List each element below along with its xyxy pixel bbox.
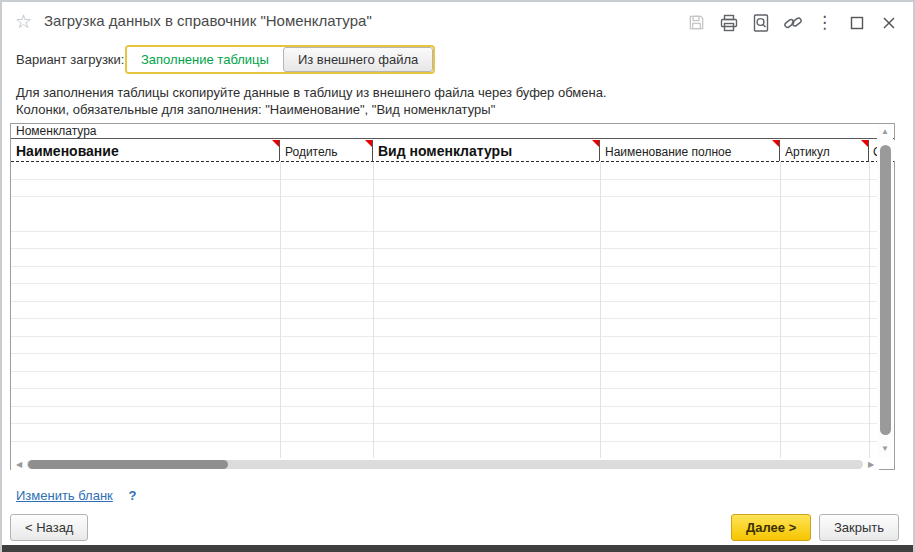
- grid-vline: [280, 162, 281, 458]
- grid-vline: [869, 162, 870, 458]
- grid-vline: [780, 162, 781, 458]
- dialog-window: ☆ Загрузка данных в справочник "Номенкла…: [0, 0, 915, 552]
- link-icon[interactable]: [782, 12, 803, 33]
- column-header-article[interactable]: Артикул: [780, 140, 869, 161]
- title-bar: ☆ Загрузка данных в справочник "Номенкла…: [2, 2, 913, 42]
- grid-header-row: Наименование Родитель Вид номенклатуры Н…: [11, 140, 894, 161]
- close-icon[interactable]: [878, 12, 899, 33]
- page-title: Загрузка данных в справочник "Номенклату…: [44, 12, 372, 29]
- table-body[interactable]: [11, 162, 879, 458]
- scroll-up-icon[interactable]: ▲: [877, 126, 893, 138]
- column-header-fullname[interactable]: Наименование полное: [600, 140, 780, 161]
- maximize-icon[interactable]: [846, 12, 867, 33]
- vertical-scroll-thumb[interactable]: [880, 145, 891, 435]
- close-button[interactable]: Закрыть: [819, 514, 899, 541]
- more-menu-icon[interactable]: ⋮: [814, 12, 835, 33]
- help-link[interactable]: ?: [128, 488, 136, 503]
- nomenclature-grid: Номенклатура Наименование Родитель Вид н…: [10, 123, 895, 470]
- load-variant-switch: Заполнение таблицы Из внешнего файла: [125, 45, 435, 74]
- favorite-star-icon[interactable]: ☆: [15, 10, 32, 33]
- required-marker-icon: [592, 140, 599, 147]
- save-icon[interactable]: [686, 12, 707, 33]
- vertical-scrollbar[interactable]: ▲ ▼: [877, 124, 893, 458]
- back-button[interactable]: < Назад: [10, 514, 88, 541]
- preview-icon[interactable]: [750, 12, 771, 33]
- grid-group-header: Номенклатура: [11, 124, 894, 139]
- required-marker-icon: [772, 140, 779, 147]
- titlebar-actions: ⋮: [686, 12, 899, 33]
- footer-links: Изменить бланк ?: [16, 488, 136, 503]
- required-marker-icon: [861, 140, 868, 147]
- next-button[interactable]: Далее >: [731, 514, 811, 541]
- tab-external-file[interactable]: Из внешнего файла: [283, 47, 433, 72]
- edit-form-link[interactable]: Изменить бланк: [16, 488, 113, 503]
- grid-vline: [373, 162, 374, 458]
- column-header-kind[interactable]: Вид номенклатуры: [373, 140, 600, 161]
- instruction-line-2: Колонки, обязательные для заполнения: "Н…: [16, 102, 495, 117]
- required-marker-icon: [365, 140, 372, 147]
- horizontal-scrollbar[interactable]: ◀ ▶: [11, 458, 879, 471]
- scroll-down-icon[interactable]: ▼: [877, 443, 893, 455]
- scroll-right-icon[interactable]: ▶: [865, 458, 877, 471]
- window-bottom-edge: [2, 545, 913, 552]
- horizontal-scroll-thumb[interactable]: [28, 460, 228, 469]
- instruction-line-1: Для заполнения таблицы скопируйте данные…: [16, 85, 607, 100]
- tab-fill-table[interactable]: Заполнение таблицы: [127, 47, 283, 72]
- load-variant-label: Вариант загрузки:: [16, 52, 124, 67]
- scroll-left-icon[interactable]: ◀: [13, 458, 25, 471]
- required-marker-icon: [272, 140, 279, 147]
- column-header-name[interactable]: Наименование: [11, 140, 280, 161]
- column-header-parent[interactable]: Родитель: [280, 140, 373, 161]
- grid-vline: [600, 162, 601, 458]
- print-icon[interactable]: [718, 12, 739, 33]
